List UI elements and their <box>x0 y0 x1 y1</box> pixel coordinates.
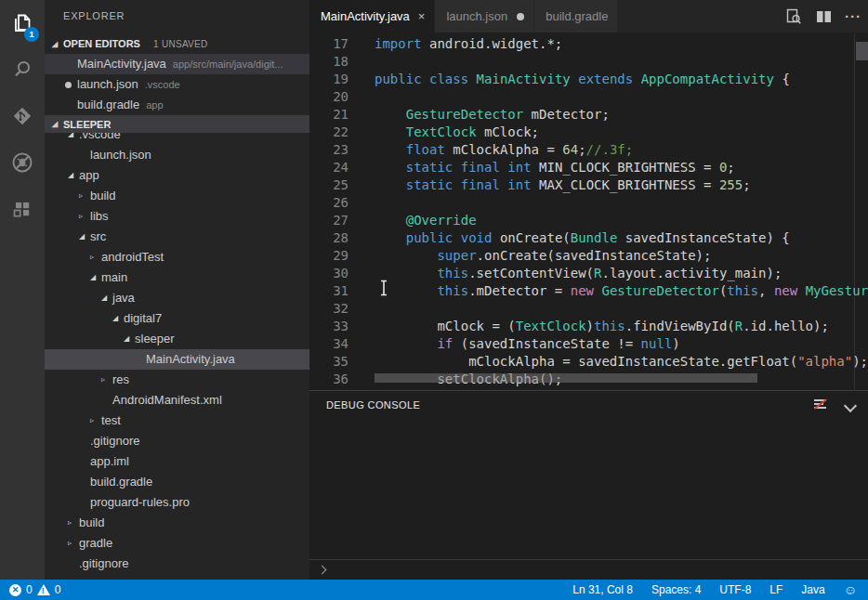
vertical-scrollbar[interactable] <box>854 33 868 390</box>
modified-dot-icon <box>65 82 72 88</box>
tree-folder-.vscode[interactable]: ◢.vscode <box>45 133 309 145</box>
clear-console-icon[interactable] <box>812 398 829 412</box>
tree-item-label: res <box>112 370 129 390</box>
file-path-detail: .vscode <box>145 79 180 90</box>
tree-item-label: launch.json <box>90 145 151 165</box>
debug-icon <box>9 150 35 176</box>
open-editor-item[interactable]: MainActivity.javaapp/src/main/java/digit… <box>45 54 309 74</box>
tree-item-label: java <box>112 288 135 308</box>
tree-folder-sleeper[interactable]: ◢sleeper <box>45 329 309 349</box>
tab-MainActivity.java[interactable]: MainActivity.java× <box>309 0 435 33</box>
preview-icon[interactable] <box>784 7 803 26</box>
split-editor-icon[interactable] <box>814 7 833 26</box>
error-count: 0 <box>26 583 33 596</box>
line-content: static final int MIN_CLOCK_BRIGHTNESS = … <box>375 160 735 175</box>
chevron-expanded-icon: ◢ <box>90 267 101 288</box>
tree-file-app.iml[interactable]: app.iml <box>45 451 309 472</box>
code-editor[interactable]: 17import android.widget.*;1819public cla… <box>309 33 868 390</box>
tree-folder-test[interactable]: ▹test <box>45 411 309 431</box>
tree-file-AndroidManifest.xml[interactable]: AndroidManifest.xml <box>45 390 309 411</box>
status-encoding[interactable]: UTF-8 <box>719 583 751 596</box>
status-language-mode[interactable]: Java <box>801 583 824 596</box>
file-name: build.gradle <box>77 98 139 111</box>
activity-bar-item-source-control[interactable] <box>0 93 45 139</box>
activity-bar-item-debug[interactable] <box>0 139 45 186</box>
code-line-28: 28 public void onCreate(Bundle savedInst… <box>309 229 868 247</box>
tree-folder-main[interactable]: ◢main <box>45 267 309 288</box>
tree-file-build.gradle[interactable]: build.gradle <box>45 472 309 492</box>
vertical-scrollbar-thumb[interactable] <box>856 42 868 60</box>
file-path-detail: app <box>146 99 163 111</box>
warning-count: 0 <box>55 583 61 596</box>
tree-item-label: .gitignore <box>79 554 128 574</box>
open-editor-item[interactable]: build.gradleapp <box>45 95 309 115</box>
code-line-30: 30 this.setContentView(R.layout.activity… <box>309 265 868 282</box>
tab-label: MainActivity.java <box>321 9 410 23</box>
tree-item-label: test <box>101 411 121 431</box>
tree-file-.gitignore[interactable]: .gitignore <box>45 554 309 574</box>
line-number: 35 <box>309 353 349 371</box>
code-line-32: 32 <box>309 300 868 318</box>
code-line-20: 20 <box>309 88 868 106</box>
tree-file-proguard-rules.pro[interactable]: proguard-rules.pro <box>45 492 309 513</box>
code-line-26: 26 <box>309 194 868 212</box>
line-content: TextClock mClock; <box>375 124 539 139</box>
activity-bar-item-explorer[interactable]: 1 <box>0 0 45 46</box>
tree-folder-res[interactable]: ▹res <box>45 370 309 390</box>
tree-folder-src[interactable]: ◢src <box>45 227 309 247</box>
debug-console-input[interactable] <box>309 559 868 580</box>
code-line-18: 18 <box>309 53 868 71</box>
tree-folder-app[interactable]: ◢app <box>45 165 309 186</box>
problems-status[interactable]: ✕ 0 ! 0 <box>0 583 60 596</box>
tree-folder-build[interactable]: ▹build <box>45 513 309 533</box>
file-name: MainActivity.java <box>77 57 166 71</box>
tree-folder-java[interactable]: ◢java <box>45 288 309 308</box>
tree-item-label: libs <box>90 206 109 227</box>
tab-launch.json[interactable]: launch.json <box>435 0 534 33</box>
line-number: 36 <box>309 371 349 388</box>
folder-section-label: SLEEPER <box>63 119 111 130</box>
code-line-27: 27 @Override <box>309 212 868 229</box>
chevron-collapsed-icon: ▹ <box>79 186 90 206</box>
status-indentation[interactable]: Spaces: 4 <box>651 583 701 596</box>
activity-bar-item-extensions[interactable] <box>0 186 45 232</box>
tree-file-MainActivity.java[interactable]: MainActivity.java <box>45 349 309 370</box>
tree-folder-gradle[interactable]: ▹gradle <box>45 533 309 554</box>
chevron-collapsed-icon: ▹ <box>68 533 79 554</box>
activity-bar-item-search[interactable] <box>0 46 45 93</box>
status-cursor-position[interactable]: Ln 31, Col 8 <box>572 583 633 596</box>
editor-group: MainActivity.java×launch.jsonbuild.gradl… <box>309 0 868 580</box>
line-number: 20 <box>309 88 349 106</box>
close-icon[interactable]: × <box>418 10 426 22</box>
tree-folder-libs[interactable]: ▹libs <box>45 206 309 227</box>
line-number: 23 <box>309 141 349 159</box>
code-line-33: 33 mClock = (TextClock)this.findViewById… <box>309 318 868 335</box>
code-line-21: 21 GestureDetector mDetector; <box>309 106 868 124</box>
tree-folder-androidTest[interactable]: ▹androidTest <box>45 247 309 267</box>
horizontal-scrollbar-thumb[interactable] <box>375 373 757 383</box>
tree-file-launch.json[interactable]: launch.json <box>45 145 309 165</box>
tree-item-label: androidTest <box>101 247 164 267</box>
open-editor-item[interactable]: launch.json.vscode <box>45 74 309 95</box>
status-feedback-icon[interactable]: ☺ <box>844 583 857 596</box>
line-content: import android.widget.*; <box>375 36 562 51</box>
status-eol[interactable]: LF <box>769 583 783 596</box>
line-content: public class MainActivity extends AppCom… <box>375 72 790 86</box>
tree-folder-build[interactable]: ▹build <box>45 186 309 206</box>
tab-build.gradle[interactable]: build.gradle <box>534 0 618 33</box>
folder-section-header[interactable]: ◢ SLEEPER <box>45 115 309 133</box>
chevron-expanded-icon: ◢ <box>68 165 79 186</box>
line-content: mClock = (TextClock)this.findViewById(R.… <box>375 319 829 333</box>
line-number: 30 <box>309 265 349 282</box>
line-content: this.mDetector = new GestureDetector(thi… <box>375 283 868 298</box>
tree-file-.gitignore[interactable]: .gitignore <box>45 431 309 451</box>
chevron-down-icon[interactable] <box>842 398 859 412</box>
line-number: 22 <box>309 124 349 141</box>
ellipsis-icon[interactable]: ··· <box>844 7 862 26</box>
line-number: 27 <box>309 212 349 229</box>
line-number: 34 <box>309 335 349 353</box>
chevron-expanded-icon: ◢ <box>68 133 79 145</box>
tree-folder-digital7[interactable]: ◢digital7 <box>45 308 309 329</box>
open-editors-header[interactable]: ◢ OPEN EDITORS 1 UNSAVED <box>45 33 309 54</box>
panel-actions <box>812 391 859 419</box>
